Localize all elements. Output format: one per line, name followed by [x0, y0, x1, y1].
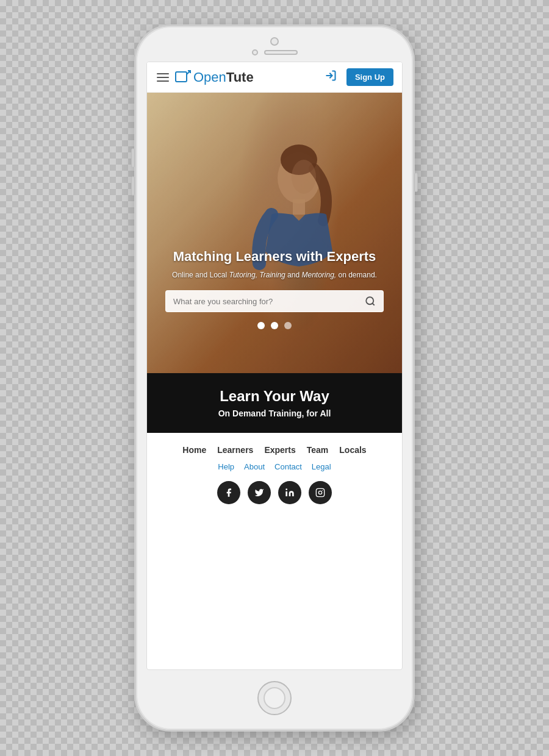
- hero-dot-1[interactable]: [257, 322, 265, 329]
- hero-title: Matching Learners with Experts: [159, 249, 390, 265]
- cta-band: Learn Your Way On Demand Training, for A…: [147, 373, 402, 433]
- home-button-inner: [264, 687, 285, 709]
- social-linkedin[interactable]: [278, 481, 301, 504]
- logo-text: OpenTute: [193, 70, 254, 85]
- signup-button[interactable]: Sign Up: [346, 68, 393, 86]
- hamburger-line-3: [157, 80, 169, 82]
- search-bar[interactable]: [165, 290, 384, 312]
- svg-point-12: [322, 490, 323, 491]
- svg-line-7: [372, 303, 374, 305]
- login-icon[interactable]: [325, 70, 337, 85]
- speaker-row: [252, 49, 298, 55]
- hamburger-line-2: [157, 77, 169, 78]
- cta-title: Learn Your Way: [159, 388, 390, 405]
- footer-link-about[interactable]: About: [244, 462, 265, 471]
- logo-icon: [175, 70, 191, 85]
- logo[interactable]: OpenTute: [175, 70, 320, 85]
- svg-rect-8: [285, 491, 287, 496]
- footer-main-links: Home Learners Experts Team Locals: [153, 445, 396, 455]
- navbar: OpenTute Sign Up: [147, 62, 402, 93]
- footer-nav: Home Learners Experts Team Locals Help A…: [147, 433, 402, 516]
- phone-screen: OpenTute Sign Up: [146, 62, 403, 670]
- speaker: [264, 50, 298, 55]
- footer-link-experts[interactable]: Experts: [264, 445, 295, 455]
- footer-link-learners[interactable]: Learners: [217, 445, 253, 455]
- side-button-right: [414, 173, 418, 192]
- svg-point-6: [366, 297, 373, 304]
- volume-up-button: [131, 148, 135, 168]
- power-button: [414, 173, 418, 192]
- footer-social: [153, 481, 396, 504]
- phone-shell: OpenTute Sign Up: [134, 24, 415, 732]
- footer-link-locals[interactable]: Locals: [339, 445, 366, 455]
- side-buttons-left: [131, 148, 135, 196]
- search-button[interactable]: [365, 296, 376, 307]
- phone-bottom-hardware: [136, 670, 413, 730]
- cta-subtitle: On Demand Training, for All: [159, 408, 390, 418]
- social-instagram[interactable]: [309, 481, 332, 504]
- hero-dot-2[interactable]: [271, 322, 278, 329]
- svg-point-11: [318, 491, 321, 494]
- phone-top-hardware: [136, 26, 413, 62]
- social-facebook[interactable]: [217, 481, 240, 504]
- social-twitter[interactable]: [248, 481, 271, 504]
- hero-dot-3[interactable]: [284, 322, 292, 329]
- hamburger-line-1: [157, 73, 169, 74]
- hamburger-menu[interactable]: [156, 72, 170, 83]
- hero-section: Matching Learners with Experts Online an…: [147, 93, 402, 373]
- camera: [270, 37, 279, 46]
- search-input[interactable]: [173, 297, 365, 306]
- svg-rect-10: [316, 488, 324, 496]
- hero-dots: [147, 322, 402, 329]
- footer-link-help[interactable]: Help: [218, 462, 234, 471]
- hero-subtitle: Online and Local Tutoring, Training and …: [159, 269, 390, 280]
- svg-rect-0: [176, 72, 187, 82]
- footer-secondary-links: Help About Contact Legal: [153, 462, 396, 471]
- footer-link-home[interactable]: Home: [182, 445, 206, 455]
- hero-content: Matching Learners with Experts Online an…: [147, 249, 402, 312]
- footer-link-team[interactable]: Team: [307, 445, 329, 455]
- hero-overlay: [147, 93, 402, 373]
- sensor-dot: [252, 49, 258, 55]
- footer-link-contact[interactable]: Contact: [274, 462, 302, 471]
- footer-link-legal[interactable]: Legal: [312, 462, 331, 471]
- svg-point-9: [285, 488, 287, 490]
- home-button[interactable]: [257, 681, 292, 715]
- volume-down-button: [131, 176, 135, 196]
